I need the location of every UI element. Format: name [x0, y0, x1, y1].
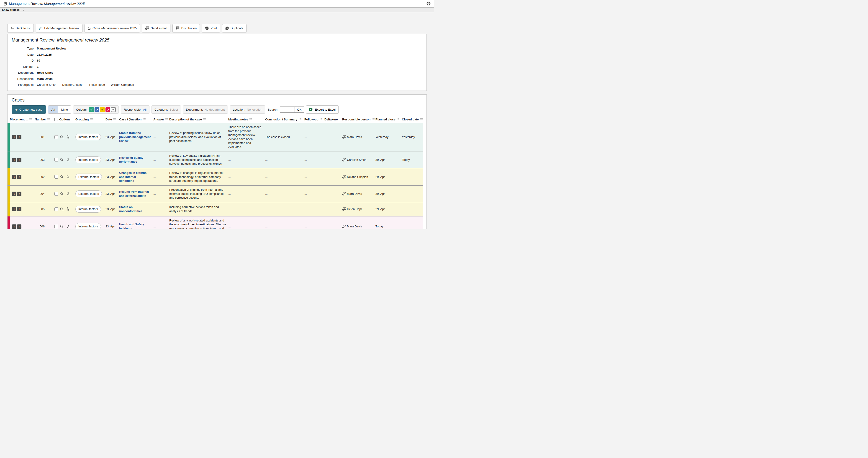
- closed-date-cell: Yesterday: [402, 133, 423, 141]
- colour-checkbox-yellow[interactable]: [100, 107, 105, 112]
- column-header-date[interactable]: Date: [105, 118, 119, 121]
- edit-management-review-button[interactable]: Edit Management Review: [36, 24, 83, 32]
- close-review-button[interactable]: Close Management review 2025: [85, 24, 140, 32]
- colour-checkbox-white[interactable]: [111, 107, 116, 112]
- create-subcase-icon[interactable]: [65, 175, 69, 179]
- case-question-link[interactable]: Status on nonconformities: [119, 205, 143, 213]
- show-protocol-bar[interactable]: Show protocol: [0, 7, 434, 12]
- case-question-link[interactable]: Health and Safety Incidents: [119, 223, 144, 229]
- filter-icon[interactable]: [397, 118, 399, 120]
- colour-checkbox-green[interactable]: [89, 107, 94, 112]
- column-header-follow-up[interactable]: Follow-up: [304, 118, 324, 121]
- move-up-button[interactable]: ↑: [17, 135, 22, 139]
- column-header-number[interactable]: Number: [32, 118, 55, 121]
- column-header-case-question[interactable]: Case / Question: [119, 118, 153, 121]
- envelope-send-icon[interactable]: [342, 158, 346, 162]
- colour-checkbox-blue[interactable]: [95, 107, 99, 112]
- move-down-button[interactable]: ↓: [12, 207, 17, 211]
- envelope-send-icon[interactable]: [342, 207, 346, 211]
- column-header-responsible-person[interactable]: Responsible person: [342, 118, 375, 121]
- envelope-send-icon[interactable]: [342, 192, 346, 196]
- magnifier-icon[interactable]: [60, 207, 64, 211]
- cases-scrollbar-track[interactable]: [423, 117, 427, 229]
- move-up-button[interactable]: ↑: [17, 175, 22, 179]
- column-header-meeting-notes[interactable]: Meeting notes: [228, 118, 265, 121]
- filter-icon[interactable]: [48, 118, 50, 120]
- envelope-send-icon[interactable]: [342, 225, 346, 228]
- filter-icon[interactable]: [420, 118, 423, 120]
- case-question-link[interactable]: Results from internal and external audit…: [119, 190, 149, 198]
- move-down-button[interactable]: ↓: [12, 175, 17, 179]
- send-email-button[interactable]: Send e-mail: [142, 24, 170, 32]
- location-filter-value[interactable]: No location: [247, 108, 262, 111]
- row-checkbox[interactable]: [55, 135, 58, 139]
- print-button[interactable]: Print: [202, 24, 220, 32]
- column-header-placement[interactable]: Placement: [10, 118, 32, 121]
- row-checkbox[interactable]: [55, 192, 58, 196]
- row-checkbox[interactable]: [55, 158, 58, 162]
- row-checkbox[interactable]: [55, 225, 58, 228]
- filter-icon[interactable]: [165, 118, 168, 120]
- column-header-answer[interactable]: Answer: [153, 118, 169, 121]
- filter-icon[interactable]: [113, 118, 116, 120]
- row-checkbox[interactable]: [55, 175, 58, 179]
- print-page-icon[interactable]: [427, 2, 431, 5]
- column-header-closed-date[interactable]: Closed date: [402, 118, 423, 121]
- move-up-button[interactable]: ↑: [17, 207, 22, 211]
- category-filter-value[interactable]: Select: [169, 108, 178, 111]
- move-up-button[interactable]: ↑: [17, 192, 22, 196]
- responsible-filter-value[interactable]: All: [143, 108, 147, 111]
- magnifier-icon[interactable]: [60, 135, 64, 139]
- search-ok-button[interactable]: OK: [294, 107, 304, 112]
- create-subcase-icon[interactable]: [65, 207, 69, 211]
- scope-all-tab[interactable]: All: [48, 106, 58, 113]
- participant: Helen Hope: [89, 83, 105, 86]
- create-subcase-icon[interactable]: [65, 158, 69, 162]
- show-protocol-label[interactable]: Show protocol: [2, 8, 20, 11]
- duplicate-button[interactable]: Duplicate: [222, 24, 247, 32]
- filter-icon[interactable]: [320, 118, 322, 120]
- magnifier-icon[interactable]: [60, 225, 64, 228]
- filter-icon[interactable]: [203, 118, 206, 120]
- filter-icon[interactable]: [372, 118, 375, 120]
- column-header-conclusion[interactable]: Conclusion / Summary: [265, 118, 304, 121]
- move-up-button[interactable]: ↑: [17, 224, 22, 229]
- move-down-button[interactable]: ↓: [12, 224, 17, 229]
- sort-updown-icon[interactable]: [26, 118, 28, 121]
- magnifier-icon[interactable]: [60, 175, 64, 179]
- move-down-button[interactable]: ↓: [12, 135, 17, 139]
- department-filter-value[interactable]: No department: [204, 108, 225, 111]
- column-header-description[interactable]: Description of the case: [169, 118, 228, 121]
- column-header-grouping[interactable]: Grouping: [75, 118, 105, 121]
- magnifier-icon[interactable]: [60, 192, 64, 196]
- move-down-button[interactable]: ↓: [12, 158, 17, 162]
- case-question-link[interactable]: Changes in external and internal conditi…: [119, 171, 147, 182]
- filter-icon[interactable]: [249, 118, 252, 120]
- filter-icon[interactable]: [299, 118, 302, 120]
- colour-checkbox-red[interactable]: [105, 107, 110, 112]
- column-header-planned-close[interactable]: Planned close: [375, 118, 402, 121]
- answer-cell: ...: [153, 173, 169, 181]
- filter-icon[interactable]: [90, 118, 93, 120]
- magnifier-icon[interactable]: [60, 158, 64, 162]
- case-question-link[interactable]: Review of quality performance: [119, 156, 143, 164]
- distribution-button[interactable]: Distribution: [173, 24, 200, 32]
- search-input[interactable]: [280, 107, 294, 112]
- back-to-list-button[interactable]: Back to list: [7, 24, 34, 32]
- deltakere-cell: [324, 135, 342, 139]
- column-header-deltakere[interactable]: Deltakere: [324, 118, 342, 121]
- create-new-case-button[interactable]: + Create new case: [11, 105, 46, 114]
- case-question-link[interactable]: Status from the previous management revi…: [119, 131, 151, 143]
- row-checkbox[interactable]: [55, 207, 58, 211]
- envelope-send-icon[interactable]: [342, 135, 346, 139]
- filter-icon[interactable]: [143, 118, 146, 120]
- create-subcase-icon[interactable]: [65, 135, 69, 139]
- move-up-button[interactable]: ↑: [17, 158, 22, 162]
- select-all-checkbox[interactable]: [55, 118, 58, 121]
- move-down-button[interactable]: ↓: [12, 192, 17, 196]
- create-subcase-icon[interactable]: [65, 225, 69, 228]
- scope-mine-tab[interactable]: Mine: [58, 106, 71, 113]
- create-subcase-icon[interactable]: [65, 192, 69, 196]
- envelope-send-icon[interactable]: [342, 175, 346, 179]
- export-to-excel-button[interactable]: Export to Excel: [306, 105, 339, 114]
